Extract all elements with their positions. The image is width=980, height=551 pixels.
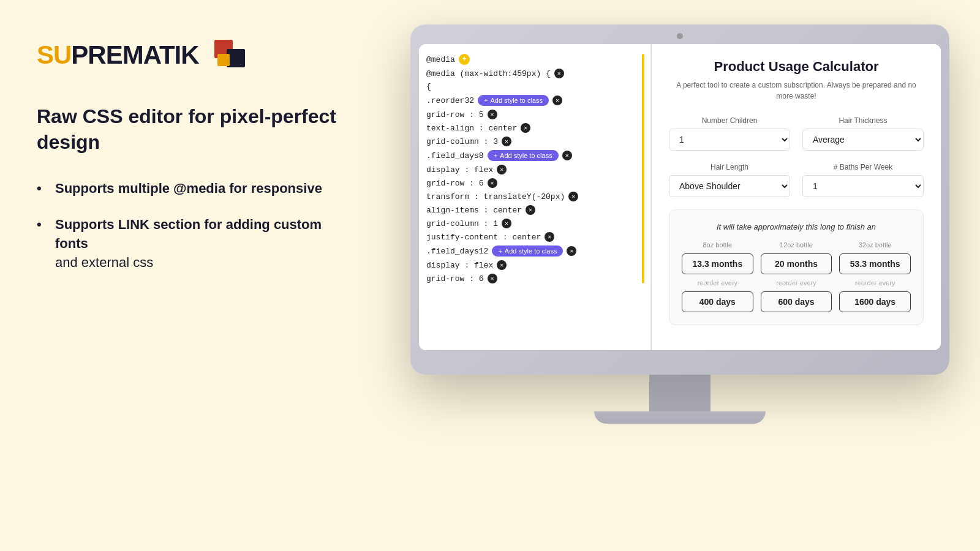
calc-field-length: Hair Length Short Above Shoulder Shoulde… <box>669 163 790 197</box>
css-line-15: .field_days12 + Add style to class ✕ <box>426 246 643 257</box>
css-line-17: grid-row : 6 ✕ <box>426 274 643 283</box>
logo-icon <box>211 37 248 73</box>
monitor-dot <box>677 33 683 39</box>
bottle-value-8oz: 13.3 months <box>682 253 753 274</box>
stand-base <box>594 411 766 424</box>
bottle-col-8oz: 8oz bottle 13.3 months reorder every 400… <box>682 241 753 312</box>
calc-title: Product Usage Calculator <box>669 59 924 75</box>
yellow-divider <box>642 54 644 283</box>
close-btn-10[interactable]: ✕ <box>488 178 497 188</box>
left-panel: SUPREMATIK Raw CSS editor for pixel-perf… <box>37 37 343 289</box>
svg-rect-2 <box>217 54 230 66</box>
close-btn-17[interactable]: ✕ <box>488 274 497 283</box>
monitor-screen: @media + @media (max-width:459px) { ✕ { … <box>419 44 941 350</box>
select-length[interactable]: Short Above Shoulder Shoulder Long <box>669 175 790 197</box>
css-text-7: grid-column : 3 <box>426 137 498 146</box>
css-line-2: @media (max-width:459px) { ✕ <box>426 69 643 78</box>
css-line-5: grid-row : 5 ✕ <box>426 110 643 119</box>
close-btn-6[interactable]: ✕ <box>521 123 530 133</box>
reorder-days-8oz: 400 days <box>682 291 753 312</box>
logo-area: SUPREMATIK <box>37 37 343 73</box>
css-line-4: .reorder32 + Add style to class ✕ <box>426 95 643 106</box>
css-text-15: .field_days12 <box>426 247 488 256</box>
bottle-label-8oz: 8oz bottle <box>703 241 732 249</box>
css-text-14: justify-content : center <box>426 233 541 242</box>
css-text-11: transform : translateY(-20px) <box>426 192 565 201</box>
calc-field-thickness: Hair Thickness Thin Average Thick <box>802 116 924 151</box>
monitor-stand <box>410 375 949 424</box>
reorder-label-12oz: reorder every <box>776 279 816 287</box>
select-thickness[interactable]: Thin Average Thick <box>802 129 924 151</box>
css-editor: @media + @media (max-width:459px) { ✕ { … <box>419 44 652 350</box>
close-btn-14[interactable]: ✕ <box>545 232 554 242</box>
bottle-label-12oz: 12oz bottle <box>780 241 813 249</box>
bottle-col-12oz: 12oz bottle 20 months reorder every 600 … <box>761 241 832 312</box>
css-line-14: justify-content : center ✕ <box>426 232 643 242</box>
css-text-17: grid-row : 6 <box>426 274 484 283</box>
css-text-12: align-items : center <box>426 206 522 215</box>
add-style-btn-field-days8[interactable]: + Add style to class <box>488 150 559 161</box>
calc-field-children: Number Children 1 2 3 <box>669 116 790 151</box>
css-line-13: grid-column : 1 ✕ <box>426 219 643 228</box>
close-btn-9[interactable]: ✕ <box>497 165 507 174</box>
css-text-9: display : flex <box>426 165 493 174</box>
plus-icon: + <box>484 97 488 104</box>
stand-neck <box>649 375 710 411</box>
bottle-value-32oz: 53.3 months <box>839 253 911 274</box>
css-line-7: grid-column : 3 ✕ <box>426 137 643 146</box>
css-line-1: @media + <box>426 54 643 65</box>
css-text-6: text-align : center <box>426 124 517 133</box>
close-btn-13[interactable]: ✕ <box>502 219 511 228</box>
calculator-pane: Product Usage Calculator A perfect tool … <box>652 44 941 350</box>
select-baths[interactable]: 1 2 3 <box>802 175 924 197</box>
css-line-8: .field_days8 + Add style to class ✕ <box>426 150 643 161</box>
css-line-11: transform : translateY(-20px) ✕ <box>426 192 643 201</box>
monitor-body: @media + @media (max-width:459px) { ✕ { … <box>410 24 949 375</box>
plus-icon-2: + <box>494 152 497 159</box>
add-style-btn-reorder32[interactable]: + Add style to class <box>478 95 549 106</box>
close-btn-2[interactable]: ✕ <box>554 69 564 78</box>
reorder-days-12oz: 600 days <box>761 291 832 312</box>
css-line-6: text-align : center ✕ <box>426 123 643 133</box>
reorder-label-8oz: reorder every <box>698 279 737 287</box>
reorder-label-32oz: reorder every <box>855 279 895 287</box>
logo-text: SUPREMATIK <box>37 40 199 70</box>
css-line-10: grid-row : 6 ✕ <box>426 178 643 188</box>
css-line-16: display : flex ✕ <box>426 260 643 270</box>
close-btn-11[interactable]: ✕ <box>568 192 578 201</box>
close-btn-5[interactable]: ✕ <box>488 110 497 119</box>
close-btn-7[interactable]: ✕ <box>502 137 511 146</box>
plus-icon-3: + <box>498 247 502 255</box>
css-line-12: align-items : center ✕ <box>426 205 643 215</box>
main-heading: Raw CSS editor for pixel-perfect design <box>37 104 343 155</box>
label-length: Hair Length <box>669 163 790 171</box>
close-btn-4[interactable]: ✕ <box>552 96 562 105</box>
close-btn-15[interactable]: ✕ <box>567 246 576 256</box>
calc-row-1: Number Children 1 2 3 Hair Thickness Thi… <box>669 116 924 151</box>
close-btn-16[interactable]: ✕ <box>497 260 507 270</box>
monitor-wrapper: @media + @media (max-width:459px) { ✕ { … <box>410 24 949 424</box>
calc-row-2: Hair Length Short Above Shoulder Shoulde… <box>669 163 924 197</box>
label-thickness: Hair Thickness <box>802 116 924 125</box>
bullet-item-1: Supports multiple @media for responsive <box>37 179 343 198</box>
logo-su: SU <box>37 40 71 69</box>
css-text-8: .field_days8 <box>426 151 484 160</box>
select-children[interactable]: 1 2 3 <box>669 129 790 151</box>
css-text-5: grid-row : 5 <box>426 110 484 119</box>
css-text-10: grid-row : 6 <box>426 179 484 188</box>
calc-result-desc: It will take approximately this long to … <box>682 222 911 231</box>
close-btn-8[interactable]: ✕ <box>562 151 572 160</box>
bottle-columns: 8oz bottle 13.3 months reorder every 400… <box>682 241 911 312</box>
label-baths: # Baths Per Week <box>802 163 924 171</box>
css-text-16: display : flex <box>426 261 493 270</box>
reorder-days-32oz: 1600 days <box>839 291 911 312</box>
css-line-9: display : flex ✕ <box>426 165 643 174</box>
media-badge[interactable]: + <box>459 54 470 65</box>
css-text-4: .reorder32 <box>426 96 474 105</box>
css-line-3: { <box>426 82 643 91</box>
add-style-btn-field-days12[interactable]: + Add style to class <box>492 246 563 257</box>
calc-field-baths: # Baths Per Week 1 2 3 <box>802 163 924 197</box>
bottle-col-32oz: 32oz bottle 53.3 months reorder every 16… <box>839 241 911 312</box>
bullet-list: Supports multiple @media for responsive … <box>37 179 343 272</box>
close-btn-12[interactable]: ✕ <box>526 205 535 215</box>
